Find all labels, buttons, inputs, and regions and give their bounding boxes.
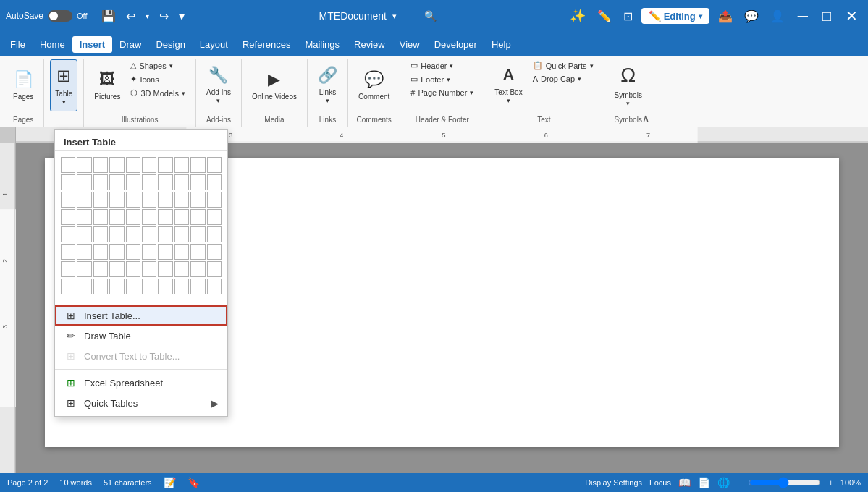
grid-cell[interactable]: [174, 209, 189, 225]
grid-cell[interactable]: [174, 174, 189, 190]
profile-icon[interactable]: 👤: [767, 8, 788, 25]
share-icon[interactable]: 📤: [715, 8, 736, 25]
table-grid[interactable]: [55, 154, 227, 299]
pictures-button[interactable]: 🖼 Pictures: [90, 59, 125, 111]
grid-cell[interactable]: [126, 279, 140, 294]
table-button[interactable]: ⊞ Table ▾: [50, 59, 77, 111]
grid-cell[interactable]: [126, 226, 140, 242]
menu-references[interactable]: References: [235, 36, 298, 53]
editing-button[interactable]: ✏️ Editing ▾: [641, 8, 709, 24]
videos-button[interactable]: ▶ Online Videos: [248, 59, 301, 111]
grid-cell[interactable]: [207, 157, 222, 173]
focus-btn[interactable]: Focus: [649, 478, 671, 487]
grid-cell[interactable]: [207, 174, 222, 190]
grid-cell[interactable]: [61, 226, 75, 242]
grid-cell[interactable]: [207, 244, 222, 260]
grid-cell[interactable]: [93, 192, 108, 208]
autosave-toggle[interactable]: [48, 10, 72, 22]
ribbon-collapse[interactable]: ∧: [642, 112, 649, 124]
grid-cell[interactable]: [207, 279, 222, 294]
comments-icon[interactable]: 💬: [741, 8, 762, 25]
menu-draw[interactable]: Draw: [112, 36, 148, 53]
grid-cell[interactable]: [207, 192, 222, 208]
grid-cell[interactable]: [61, 244, 75, 260]
menu-home[interactable]: Home: [33, 36, 72, 53]
grid-cell[interactable]: [174, 192, 189, 208]
grid-cell[interactable]: [109, 261, 124, 277]
grid-cell[interactable]: [174, 226, 189, 242]
grid-cell[interactable]: [142, 226, 156, 242]
grid-cell[interactable]: [126, 261, 140, 277]
grid-cell[interactable]: [142, 279, 156, 294]
pagenumber-button[interactable]: # Page Number ▾: [406, 87, 478, 98]
menu-layout[interactable]: Layout: [193, 36, 235, 53]
print-layout-icon[interactable]: 📄: [698, 477, 710, 488]
grid-cell[interactable]: [77, 209, 91, 225]
grid-cell[interactable]: [126, 209, 140, 225]
undo-icon[interactable]: ↩: [123, 8, 138, 25]
grid-cell[interactable]: [77, 244, 91, 260]
grid-cell[interactable]: [77, 226, 91, 242]
textbox-button[interactable]: A Text Box ▾: [490, 59, 526, 111]
grid-cell[interactable]: [93, 226, 108, 242]
grid-cell[interactable]: [61, 157, 75, 173]
grid-cell[interactable]: [109, 209, 124, 225]
grid-cell[interactable]: [61, 261, 75, 277]
save-icon[interactable]: 💾: [98, 8, 119, 25]
web-layout-icon[interactable]: 🌐: [717, 477, 730, 488]
pen-icon[interactable]: ✏️: [594, 8, 615, 25]
pages-button[interactable]: 📄 Pages: [9, 59, 38, 111]
undo-dropdown-icon[interactable]: ▾: [143, 11, 152, 22]
window-mode-icon[interactable]: ⊡: [620, 8, 636, 25]
menu-developer[interactable]: Developer: [427, 36, 484, 53]
grid-cell[interactable]: [77, 192, 91, 208]
grid-cell[interactable]: [142, 174, 156, 190]
grid-cell[interactable]: [158, 261, 172, 277]
grid-cell[interactable]: [77, 261, 91, 277]
grid-cell[interactable]: [142, 244, 156, 260]
grid-cell[interactable]: [61, 279, 75, 294]
menu-view[interactable]: View: [392, 36, 427, 53]
grid-cell[interactable]: [158, 279, 172, 294]
redo-icon[interactable]: ↪: [156, 8, 172, 25]
grid-cell[interactable]: [93, 261, 108, 277]
grid-cell[interactable]: [158, 209, 172, 225]
grid-cell[interactable]: [174, 157, 189, 173]
grid-cell[interactable]: [142, 209, 156, 225]
grid-cell[interactable]: [158, 157, 172, 173]
minimize-btn[interactable]: ─: [793, 7, 812, 25]
grid-cell[interactable]: [61, 209, 75, 225]
menu-review[interactable]: Review: [347, 36, 392, 53]
grid-cell[interactable]: [93, 174, 108, 190]
display-settings[interactable]: Display Settings: [585, 478, 642, 487]
grid-cell[interactable]: [190, 226, 205, 242]
grid-cell[interactable]: [190, 157, 205, 173]
quick-tables-item[interactable]: ⊞ Quick Tables ▶: [55, 393, 227, 413]
grid-cell[interactable]: [190, 244, 205, 260]
grid-cell[interactable]: [142, 261, 156, 277]
grid-cell[interactable]: [142, 192, 156, 208]
links-button[interactable]: 🔗 Links ▾: [313, 59, 342, 111]
menu-design[interactable]: Design: [148, 36, 192, 53]
grid-cell[interactable]: [174, 244, 189, 260]
grid-cell[interactable]: [174, 261, 189, 277]
grid-cell[interactable]: [190, 279, 205, 294]
3dmodels-button[interactable]: ⬡ 3D Models ▾: [126, 87, 190, 99]
menu-help[interactable]: Help: [484, 36, 518, 53]
grid-cell[interactable]: [77, 157, 91, 173]
grid-cell[interactable]: [158, 192, 172, 208]
menu-file[interactable]: File: [3, 36, 33, 53]
grid-cell[interactable]: [190, 174, 205, 190]
grid-cell[interactable]: [77, 279, 91, 294]
maximize-btn[interactable]: □: [818, 7, 835, 25]
grid-cell[interactable]: [158, 174, 172, 190]
comment-button[interactable]: 💬 Comment: [354, 59, 394, 111]
grid-cell[interactable]: [207, 226, 222, 242]
grid-cell[interactable]: [190, 192, 205, 208]
grid-cell[interactable]: [158, 244, 172, 260]
symbols-button[interactable]: Ω Symbols ▾: [610, 59, 646, 111]
grid-cell[interactable]: [93, 244, 108, 260]
grid-cell[interactable]: [77, 174, 91, 190]
grid-cell[interactable]: [93, 157, 108, 173]
read-mode-icon[interactable]: 📖: [678, 477, 691, 488]
